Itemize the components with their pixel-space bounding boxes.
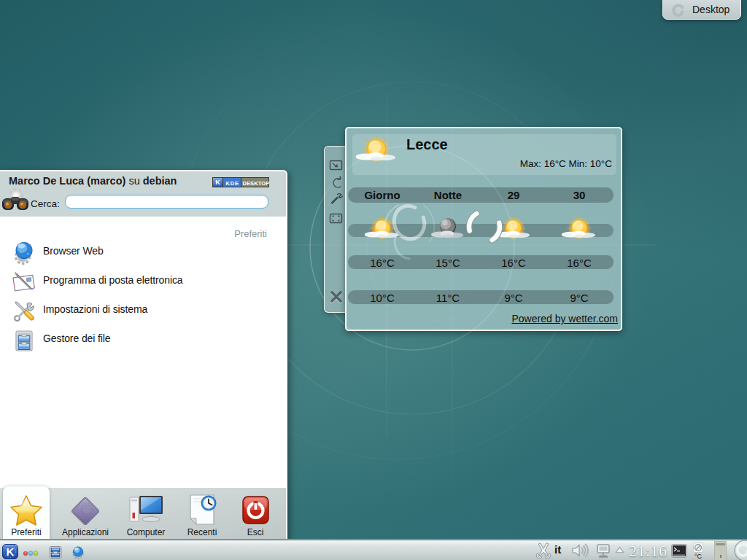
svg-text:K: K [7, 545, 15, 558]
svg-text:°C: °C [694, 553, 703, 560]
